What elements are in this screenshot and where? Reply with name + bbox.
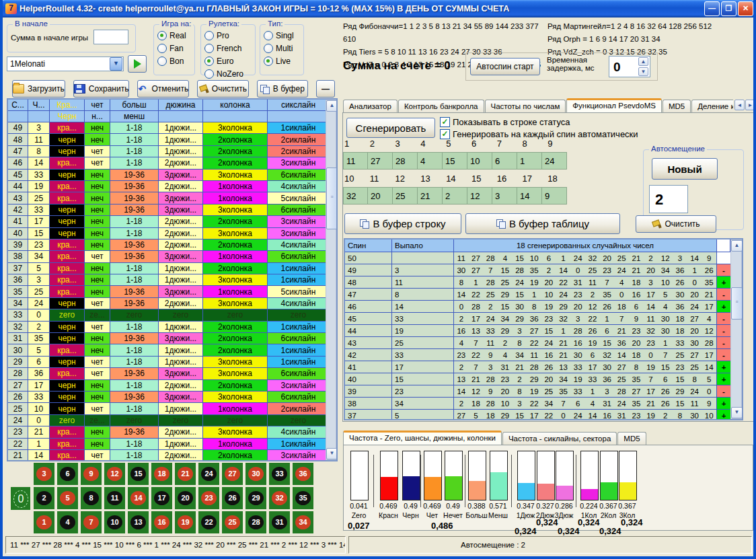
scroll-down-icon[interactable]: ▼ xyxy=(326,448,338,459)
roulette-cell-6[interactable]: 6 xyxy=(57,463,78,485)
roulette-cell-22[interactable]: 22 xyxy=(198,511,219,533)
roulette-cell-4[interactable]: 4 xyxy=(57,511,78,533)
roulette-cell-30[interactable]: 30 xyxy=(245,463,266,485)
roulette-cell-12[interactable]: 12 xyxy=(104,463,125,485)
autospin-start-button[interactable]: Автоспин старт xyxy=(470,58,540,75)
roulette-cell-24[interactable]: 24 xyxy=(198,463,219,485)
tabs-scroll-right-icon[interactable]: ► xyxy=(745,100,755,110)
close-button[interactable]: ✕ xyxy=(738,1,753,16)
scroll-down-icon[interactable]: ▼ xyxy=(731,407,743,418)
tab-1[interactable]: Анализатор xyxy=(343,100,398,113)
radio-euro[interactable]: Euro xyxy=(204,54,252,67)
maximize-button[interactable]: ❒ xyxy=(721,1,736,16)
toolbar-button-2[interactable]: Сохранить xyxy=(73,80,130,98)
minimize-button[interactable]: — xyxy=(704,1,720,16)
roulette-cell-33[interactable]: 33 xyxy=(269,463,290,485)
roulette-cell-8[interactable]: 8 xyxy=(81,487,102,509)
roulette-cell-16[interactable]: 16 xyxy=(151,511,172,533)
roulette-cell-7[interactable]: 7 xyxy=(81,511,102,533)
roulette-cell-20[interactable]: 20 xyxy=(175,487,196,509)
roulette-cell-15[interactable]: 15 xyxy=(128,463,149,485)
radio-nozero[interactable]: NoZero xyxy=(204,67,252,80)
roulette-cell-2[interactable]: 2 xyxy=(34,487,54,509)
generated-number: 4 xyxy=(658,303,673,311)
generated-table-scrollbar[interactable]: ▲ ≡ ▼ xyxy=(730,239,742,419)
roulette-cell-28[interactable]: 28 xyxy=(245,511,266,533)
roulette-cell-17[interactable]: 17 xyxy=(151,487,172,509)
roulette-cell-10[interactable]: 10 xyxy=(104,511,125,533)
tabs-scroll-left-icon[interactable]: ◄ xyxy=(734,100,745,110)
roulette-cell-13[interactable]: 13 xyxy=(128,511,149,533)
generated-number: 19 xyxy=(527,278,541,287)
strategy-combobox[interactable]: 1Melonati ▼ xyxy=(7,57,124,71)
generated-number: 26 xyxy=(600,303,615,311)
roulette-cell-5[interactable]: 5 xyxy=(57,487,78,509)
toolbar-button-1[interactable]: Загрузить xyxy=(12,80,65,98)
generated-number: 9 xyxy=(702,400,716,408)
generate-button[interactable]: Сгенерировать xyxy=(346,118,435,138)
radio-multi[interactable]: Multi xyxy=(264,42,301,54)
roulette-cell-21[interactable]: 21 xyxy=(175,463,196,485)
run-button[interactable] xyxy=(128,55,147,73)
radio-french[interactable]: French xyxy=(204,42,252,54)
roulette-cell-32[interactable]: 32 xyxy=(269,487,290,509)
scrollbar-thumb[interactable]: ≡ xyxy=(731,287,743,320)
cell: 3колонка xyxy=(203,170,268,181)
radio-group-label: Игра на: xyxy=(159,20,193,28)
radio-real[interactable]: Real xyxy=(157,29,192,42)
roulette-cell-14[interactable]: 14 xyxy=(128,487,149,509)
clear-generated-button[interactable]: Очистить xyxy=(636,215,716,233)
roulette-cell-23[interactable]: 23 xyxy=(198,487,219,509)
generated-number: 28 xyxy=(483,375,498,383)
spinner-up-icon[interactable]: ▲ xyxy=(638,57,648,66)
roulette-cell-36[interactable]: 36 xyxy=(293,463,313,485)
roulette-cell-1[interactable]: 1 xyxy=(34,511,54,533)
history-table-scrollbar[interactable]: ▲ ≡ ▼ xyxy=(326,100,336,460)
generated-number: 30 xyxy=(570,351,585,359)
tab-6[interactable]: Деление колеса на xyxy=(691,100,733,113)
roulette-zero-cell[interactable]: 0 xyxy=(11,487,30,510)
copy-table-button[interactable]: В буфер таблицу xyxy=(465,213,620,234)
roulette-cell-18[interactable]: 18 xyxy=(151,463,172,485)
freq-tab-1[interactable]: Частота - Zero, шансы, дюжины, колонки xyxy=(343,431,502,446)
roulette-cell-29[interactable]: 29 xyxy=(245,487,266,509)
toolbar-button-3[interactable]: ↶Отменить xyxy=(137,80,189,98)
autoshift-new-button[interactable]: Новый xyxy=(652,158,718,180)
freq-tab-3[interactable]: MD5 xyxy=(617,432,646,445)
scroll-up-icon[interactable]: ▲ xyxy=(731,240,743,252)
tab-4[interactable]: Функционал PsevdoMS xyxy=(566,98,662,113)
toolbar-button-5[interactable]: В буфер xyxy=(257,80,308,98)
radio-live[interactable]: Live xyxy=(264,54,301,67)
copy-row-button[interactable]: В буфер строку xyxy=(344,213,461,234)
roulette-cell-35[interactable]: 35 xyxy=(293,487,313,509)
freq-tab-2[interactable]: Частота - сиклайны, сектора xyxy=(502,432,617,445)
scroll-up-icon[interactable]: ▲ xyxy=(326,100,338,112)
roulette-cell-11[interactable]: 11 xyxy=(104,487,125,509)
cell: 2колонка xyxy=(203,146,268,157)
toolbar-button-6[interactable]: — xyxy=(316,80,335,98)
tab-5[interactable]: MD5 xyxy=(663,100,691,113)
roulette-cell-25[interactable]: 25 xyxy=(222,511,243,533)
roulette-cell-34[interactable]: 34 xyxy=(293,511,313,533)
scrollbar-thumb[interactable]: ≡ xyxy=(326,167,338,229)
start-sum-input[interactable] xyxy=(93,30,128,44)
roulette-cell-3[interactable]: 3 xyxy=(34,463,54,485)
autoshift-value-input[interactable]: 2 xyxy=(649,185,688,213)
toolbar-button-4[interactable]: Очистить xyxy=(197,80,248,98)
radio-pro[interactable]: Pro xyxy=(204,29,252,42)
roulette-cell-19[interactable]: 19 xyxy=(175,511,196,533)
checkbox-auto-generate-label: Генерировать на каждый спин автоматическ… xyxy=(453,129,638,139)
radio-singl[interactable]: Singl xyxy=(264,29,301,42)
tab-3[interactable]: Частоты по числам xyxy=(485,100,566,113)
radio-bon[interactable]: Bon xyxy=(157,54,192,67)
chevron-down-icon[interactable]: ▼ xyxy=(110,57,122,71)
roulette-cell-31[interactable]: 31 xyxy=(269,511,290,533)
roulette-cell-26[interactable]: 26 xyxy=(222,487,243,509)
radio-fan[interactable]: Fan xyxy=(157,42,192,54)
roulette-number: 32 xyxy=(272,491,287,505)
roulette-cell-9[interactable]: 9 xyxy=(81,463,102,485)
tab-2[interactable]: Контроль банкролла xyxy=(398,100,484,113)
spinner-down-icon[interactable]: ▼ xyxy=(638,67,648,76)
roulette-cell-27[interactable]: 27 xyxy=(222,463,243,485)
checkbox-show-status[interactable]: ✓ Показывать в строке статуса xyxy=(440,116,570,128)
